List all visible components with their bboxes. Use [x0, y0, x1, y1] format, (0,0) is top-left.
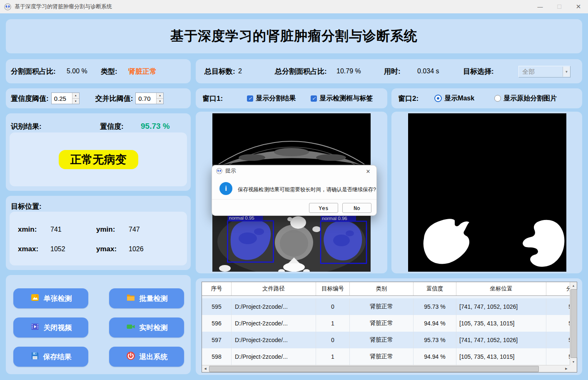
show-mask-radio[interactable]	[434, 95, 442, 102]
exit-system-button[interactable]: 退出系统	[109, 347, 184, 367]
close-icon[interactable]: ✕	[569, 0, 588, 13]
table-viewport: 序号 文件路径 目标编号 类别 置信度 坐标位置 分割占比 595 D:/Pro…	[202, 282, 570, 365]
cell-seg-ratio[interactable]: 5.00 %	[546, 298, 570, 315]
close-video-button[interactable]: 关闭视频	[13, 318, 88, 338]
cell-target-id[interactable]: 1	[316, 315, 350, 332]
horizontal-scroll-thumb[interactable]	[209, 366, 539, 372]
table-row[interactable]: 595 D:/Project-2zcode/... 0 肾脏正常 95.73 %…	[202, 298, 570, 315]
column-header[interactable]: 坐标位置	[456, 282, 546, 295]
chevron-down-icon[interactable]: ▼	[563, 67, 570, 77]
cell-class[interactable]: 肾脏正常	[350, 348, 414, 365]
dialog-titlebar: 提示 ✕	[212, 165, 376, 176]
seg-area-label: 分割面积占比:	[11, 67, 56, 76]
cell-index[interactable]: 595	[202, 298, 232, 315]
cell-index[interactable]: 597	[202, 332, 232, 348]
single-detect-label: 单张检测	[44, 294, 72, 303]
cell-seg-ratio[interactable]: 5.00 %	[546, 332, 570, 348]
cell-confidence[interactable]: 94.94 %	[414, 348, 456, 365]
spin-down-icon[interactable]: ▼	[157, 99, 163, 104]
save-results-button[interactable]: 保存结果	[13, 347, 88, 367]
batch-detect-label: 批量检测	[140, 294, 168, 303]
column-header[interactable]: 置信度	[414, 282, 456, 295]
cell-confidence[interactable]: 95.73 %	[414, 332, 456, 348]
cell-filepath[interactable]: D:/Project-2zcode/...	[232, 348, 316, 365]
scroll-left-icon[interactable]: ◀	[202, 365, 209, 372]
column-header[interactable]: 文件路径	[232, 282, 316, 295]
ymax-label: ymax:	[96, 245, 129, 253]
application-window: 基于深度学习的肾脏肿瘤分割与诊断系统 — ☐ ✕ 基于深度学习的肾脏肿瘤分割与诊…	[0, 0, 588, 380]
mask-image	[408, 113, 566, 272]
confidence-threshold-spinner[interactable]: 0.25 ▲ ▼	[51, 92, 80, 104]
table-row[interactable]: 597 D:/Project-2zcode/... 0 肾脏正常 95.73 %…	[202, 332, 570, 348]
cell-class[interactable]: 肾脏正常	[350, 315, 414, 332]
single-detect-button[interactable]: 单张检测	[13, 288, 88, 308]
cell-index[interactable]: 598	[202, 348, 232, 365]
show-original-label[interactable]: 显示原始分割图片	[503, 94, 557, 103]
cell-seg-ratio[interactable]: 5.79 %	[546, 315, 570, 332]
column-header[interactable]: 序号	[202, 282, 232, 295]
diagnosis-result-badge: 正常无病变	[59, 150, 138, 169]
scroll-right-icon[interactable]: ▶	[563, 365, 570, 372]
maximize-icon[interactable]: ☐	[550, 0, 569, 13]
dialog-close-icon[interactable]: ✕	[364, 168, 372, 175]
realtime-detect-button[interactable]: 实时检测	[109, 318, 184, 338]
cell-filepath[interactable]: D:/Project-2zcode/...	[232, 332, 316, 348]
kidneys-app-icon	[4, 3, 11, 10]
no-button[interactable]: No	[342, 203, 371, 213]
vertical-scroll-thumb[interactable]	[571, 289, 577, 358]
column-header[interactable]: 分割占比	[546, 282, 570, 295]
cell-seg-ratio[interactable]: 5.79 %	[546, 348, 570, 365]
window-controls: — ☐ ✕	[531, 0, 588, 13]
cell-target-id[interactable]: 0	[316, 298, 350, 315]
show-mask-label[interactable]: 显示Mask	[444, 94, 474, 103]
yes-button[interactable]: Yes	[309, 203, 338, 213]
show-segmentation-label[interactable]: 显示分割结果	[256, 94, 296, 103]
cell-confidence[interactable]: 94.94 %	[414, 315, 456, 332]
show-segmentation-checkbox[interactable]: ✓	[247, 95, 253, 102]
spin-up-icon[interactable]: ▲	[72, 93, 79, 99]
cell-coords[interactable]: [741, 747, 1052, 1026]	[456, 332, 546, 348]
elapsed-value: 0.034 s	[417, 68, 439, 75]
show-boxes-labels-checkbox[interactable]: ✓	[311, 95, 317, 102]
confirm-save-dialog: 提示 ✕ i 保存视频检测结果可能需要较长时间，请确认是否继续保存? Yes N…	[212, 165, 377, 216]
column-header[interactable]: 类别	[350, 282, 414, 295]
elapsed-label: 用时:	[384, 67, 401, 76]
check-icon: ✓	[312, 96, 316, 101]
cell-index[interactable]: 596	[202, 315, 232, 332]
window-title: 基于深度学习的肾脏肿瘤分割与诊断系统	[15, 3, 112, 10]
scroll-up-icon[interactable]: ▲	[570, 282, 577, 289]
vertical-scrollbar[interactable]: ▲ ▼	[570, 282, 577, 365]
cell-filepath[interactable]: D:/Project-2zcode/...	[232, 298, 316, 315]
show-boxes-labels-label[interactable]: 显示检测框与标签	[319, 94, 373, 103]
iou-threshold-value[interactable]: 0.70	[136, 93, 156, 104]
cell-target-id[interactable]: 1	[316, 348, 350, 365]
dialog-title: 提示	[225, 167, 236, 175]
spin-up-icon[interactable]: ▲	[157, 93, 163, 99]
spin-down-icon[interactable]: ▼	[72, 99, 79, 104]
cell-confidence[interactable]: 95.73 %	[414, 298, 456, 315]
results-table-panel: 序号 文件路径 目标编号 类别 置信度 坐标位置 分割占比 595 D:/Pro…	[196, 278, 582, 375]
cell-coords[interactable]: [105, 735, 413, 1015]	[456, 315, 546, 332]
batch-detect-button[interactable]: 批量检测	[109, 288, 184, 308]
cell-class[interactable]: 肾脏正常	[350, 298, 414, 315]
confidence-label: 置信度:	[100, 122, 124, 131]
confidence-threshold-value[interactable]: 0.25	[52, 93, 72, 104]
cell-coords[interactable]: [105, 735, 413, 1015]	[456, 348, 546, 365]
cell-target-id[interactable]: 0	[316, 332, 350, 348]
table-row[interactable]: 598 D:/Project-2zcode/... 1 肾脏正常 94.94 %…	[202, 348, 570, 365]
column-header[interactable]: 目标编号	[316, 282, 350, 295]
scroll-down-icon[interactable]: ▼	[570, 358, 577, 365]
cell-class[interactable]: 肾脏正常	[350, 332, 414, 348]
dialog-message: 保存视频检测结果可能需要较长时间，请确认是否继续保存?	[238, 186, 373, 193]
window1-options-panel: 窗口1: ✓ 显示分割结果 ✓ 显示检测框与标签	[196, 88, 387, 108]
iou-threshold-spinner[interactable]: 0.70 ▲ ▼	[135, 92, 164, 104]
target-select-dropdown[interactable]: 全部 ▼	[518, 66, 571, 78]
page-title: 基于深度学习的肾脏肿瘤分割与诊断系统	[170, 27, 418, 45]
cell-filepath[interactable]: D:/Project-2zcode/...	[232, 315, 316, 332]
minimize-icon[interactable]: —	[531, 0, 550, 13]
horizontal-scrollbar[interactable]: ◀ ▶	[202, 365, 570, 372]
cell-coords[interactable]: [741, 747, 1052, 1026]	[456, 298, 546, 315]
show-original-radio[interactable]	[494, 95, 501, 102]
folder-icon	[126, 292, 136, 305]
table-row[interactable]: 596 D:/Project-2zcode/... 1 肾脏正常 94.94 %…	[202, 315, 570, 332]
